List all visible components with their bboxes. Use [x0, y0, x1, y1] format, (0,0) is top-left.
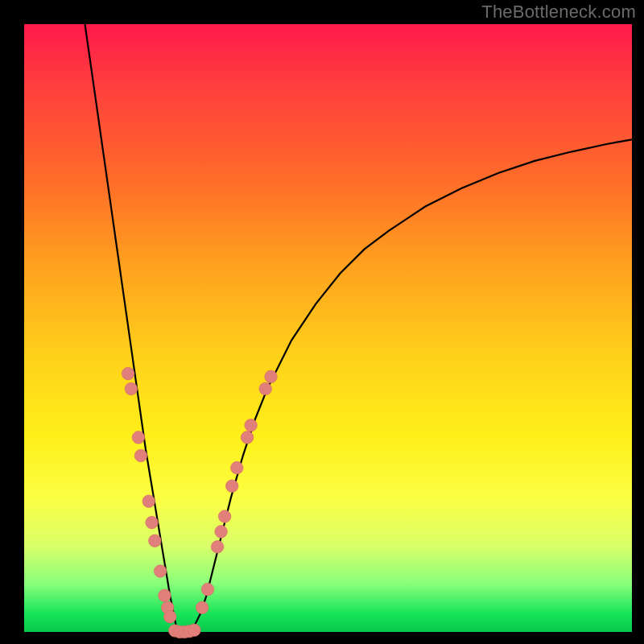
data-point — [134, 449, 147, 462]
data-point — [154, 565, 167, 578]
data-point — [259, 382, 272, 395]
chart-svg — [0, 0, 644, 644]
data-point — [245, 419, 258, 432]
bottleneck-curve — [85, 24, 633, 632]
data-point — [218, 510, 231, 523]
data-point — [188, 624, 201, 637]
data-point — [122, 367, 134, 380]
data-point — [142, 495, 155, 508]
data-point — [146, 516, 159, 529]
data-point — [230, 461, 243, 474]
chart-frame: TheBottleneck.com — [0, 0, 644, 644]
data-point — [163, 610, 176, 623]
data-point — [215, 526, 228, 539]
data-point — [211, 541, 224, 554]
data-point — [149, 535, 162, 547]
data-point — [201, 583, 214, 596]
data-point — [196, 601, 208, 614]
data-point — [125, 382, 138, 395]
data-point — [225, 480, 238, 493]
data-point — [265, 370, 278, 383]
data-point — [241, 431, 254, 444]
data-point — [132, 431, 145, 444]
data-point — [159, 589, 171, 602]
